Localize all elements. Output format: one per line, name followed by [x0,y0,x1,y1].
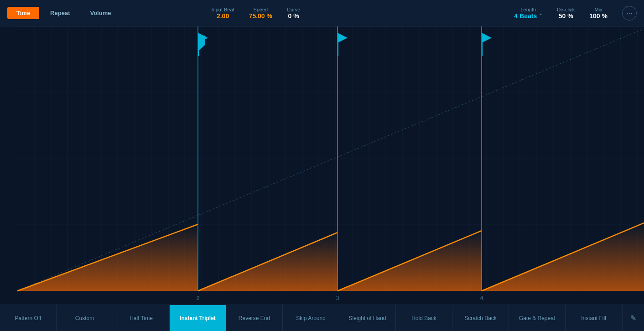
btn-instant-fill[interactable]: Instant Fill [566,305,622,331]
svg-text:3: 3 [336,295,339,301]
btn-gate-repeat[interactable]: Gate & Repeat [509,305,566,331]
edit-button[interactable]: ✎ [622,305,644,331]
declick-label: De-click [557,7,575,12]
tab-time[interactable]: Time [7,7,39,19]
tab-volume[interactable]: Volume [81,7,120,19]
svg-text:4: 4 [480,295,483,301]
header-params: Input Beat 2.00 Speed 75.00 % Curve 0 % [211,7,300,20]
chart-area: Beat 1 2 3 4 [0,26,644,305]
curve-param: Curve 0 % [287,7,300,20]
input-beat-value: 2.00 [217,12,229,20]
curve-label: Curve [287,7,300,12]
svg-text:2: 2 [197,295,200,301]
more-button[interactable]: ··· [622,6,637,21]
tab-repeat[interactable]: Repeat [41,7,79,19]
btn-half-time[interactable]: Half Time [113,305,170,331]
bottom-bar: Pattern Off Custom Half Time Instant Tri… [0,305,644,331]
input-beat-param: Input Beat 2.00 [211,7,234,20]
length-label: Length [520,7,536,12]
declick-value: 50 % [559,12,573,20]
btn-scratch-back[interactable]: Scratch Back [452,305,509,331]
btn-custom[interactable]: Custom [57,305,113,331]
chart-svg: 2 3 4 [0,26,644,305]
btn-pattern-off[interactable]: Pattern Off [0,305,57,331]
speed-param: Speed 75.00 % [249,7,272,20]
length-param[interactable]: Length 4 Beats ⌃ [514,7,542,20]
curve-value: 0 % [288,12,299,20]
btn-skip-around[interactable]: Skip Around [283,305,339,331]
svg-rect-54 [198,33,199,56]
mix-value: 100 % [589,12,608,20]
declick-param: De-click 50 % [557,7,575,20]
tab-group: Time Repeat Volume [7,7,120,19]
svg-rect-60 [482,33,483,56]
btn-hold-back[interactable]: Hold Back [396,305,452,331]
header-right: Length 4 Beats ⌃ De-click 50 % Mix 100 %… [514,6,637,21]
mix-label: Mix [595,7,602,12]
btn-instant-triplet[interactable]: Instant Triplet [170,305,226,331]
mix-param: Mix 100 % [589,7,608,20]
header: Time Repeat Volume Input Beat 2.00 Speed… [0,0,644,26]
speed-value: 75.00 % [249,12,272,20]
speed-label: Speed [253,7,268,12]
length-value: 4 Beats ⌃ [514,12,542,20]
input-beat-label: Input Beat [211,7,234,12]
svg-rect-57 [338,33,338,56]
chevron-icon: ⌃ [539,13,542,18]
btn-reverse-end[interactable]: Reverse End [226,305,283,331]
btn-sleight-of-hand[interactable]: Sleight of Hand [339,305,396,331]
